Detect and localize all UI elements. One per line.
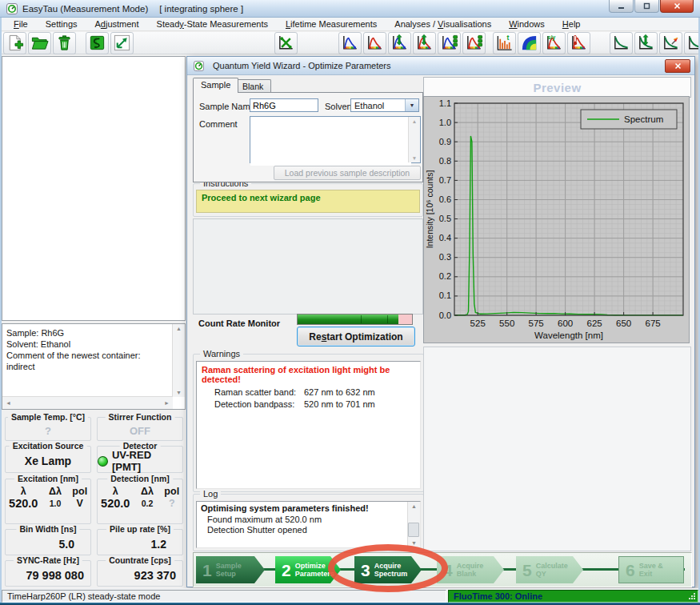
svg-text:Intensity [10⁶ counts]: Intensity [10⁶ counts] bbox=[425, 170, 434, 249]
svg-text:575: 575 bbox=[529, 319, 544, 328]
comment-label: Comment bbox=[199, 119, 238, 129]
svg-text:0.1: 0.1 bbox=[439, 290, 451, 300]
sample-name-input[interactable] bbox=[250, 98, 318, 112]
minimize-button[interactable] bbox=[609, 0, 634, 13]
scroll-right-icon[interactable]: ► bbox=[162, 399, 171, 407]
resize-grip-icon[interactable] bbox=[688, 592, 696, 600]
scroll-up-icon[interactable]: ▲ bbox=[174, 324, 183, 333]
sample-info-hscrollbar[interactable]: ◄ ► bbox=[2, 396, 173, 409]
wizard-step-5[interactable]: 5CalculateQY bbox=[516, 556, 583, 583]
scroll-down-icon[interactable]: ▼ bbox=[174, 388, 183, 397]
sample-info-line: Sample: Rh6G bbox=[6, 327, 170, 339]
svg-text:0.3: 0.3 bbox=[439, 252, 451, 262]
measurement-listbox[interactable] bbox=[2, 56, 186, 321]
menu-steady-state-measurements[interactable]: Steady-State Measurements bbox=[148, 18, 277, 30]
wizard-step-3[interactable]: 3AcquireSpectrum bbox=[354, 556, 422, 583]
count-rate-label: Count Rate Monitor bbox=[198, 319, 280, 328]
wizard-step-4[interactable]: 4AcquireBlank bbox=[437, 556, 504, 583]
detection-label: Detection [nm] bbox=[107, 474, 173, 483]
wizard-step-1[interactable]: 1SampleSetup bbox=[196, 556, 265, 583]
dialog-close-button[interactable] bbox=[665, 59, 690, 73]
svg-text:0.9: 0.9 bbox=[439, 137, 451, 146]
tcspc-histogram-button[interactable]: t bbox=[493, 32, 516, 54]
sync-rate-label: SYNC-Rate [Hz] bbox=[14, 555, 82, 565]
sample-name-label: Sample Name bbox=[199, 102, 255, 111]
excitation-delta-value: 1.0 bbox=[42, 499, 70, 508]
log-scroll-thumb[interactable] bbox=[408, 523, 419, 537]
anisotropy-spectrum-button[interactable]: s/y bbox=[542, 32, 566, 54]
manual-adjust-icon bbox=[113, 34, 131, 52]
menu-lifetime-measurements[interactable]: Lifetime Measurements bbox=[277, 18, 386, 30]
instruction-banner: Proceed to next wizard page bbox=[196, 190, 420, 213]
delete-button[interactable] bbox=[53, 32, 76, 54]
dropdown-arrow-icon[interactable]: ▼ bbox=[405, 99, 418, 111]
tab-sample[interactable]: Sample bbox=[193, 78, 238, 93]
quantum-yield-wizard-dialog: Quantum Yield Wizard - Optimize Paramete… bbox=[186, 56, 695, 587]
decay-button[interactable] bbox=[610, 32, 633, 54]
maximize-button[interactable] bbox=[634, 0, 659, 13]
manual-adjust-button[interactable] bbox=[110, 32, 134, 54]
svg-text:675: 675 bbox=[646, 319, 661, 328]
tab-blank[interactable]: Blank bbox=[234, 79, 271, 93]
menu-help[interactable]: Help bbox=[554, 18, 590, 30]
svg-text:0.7: 0.7 bbox=[439, 175, 451, 185]
excitation-scan-button[interactable] bbox=[388, 32, 411, 54]
load-previous-button[interactable]: Load previous sample description bbox=[274, 166, 421, 180]
wizard-step-2[interactable]: 2OptimizeParameters bbox=[275, 556, 341, 583]
solvent-value: Ethanol bbox=[351, 101, 405, 110]
decay-scan-button[interactable] bbox=[634, 32, 658, 54]
main-toolbar: ts/y bbox=[0, 32, 700, 54]
sample-tab-panel: Sample Name Solvent Ethanol ▼ Comment ▲▼… bbox=[193, 92, 423, 182]
pileup-group: Pile up rate [%] 1.2 bbox=[97, 529, 183, 555]
batch-mode-button[interactable] bbox=[86, 32, 109, 54]
scroll-up-icon[interactable]: ▲ bbox=[411, 503, 417, 509]
restart-optimization-button[interactable]: Restart Optimization bbox=[297, 327, 415, 347]
scroll-left-icon[interactable]: ◄ bbox=[4, 399, 13, 407]
log-label: Log bbox=[200, 489, 221, 499]
menu-windows[interactable]: Windows bbox=[500, 18, 554, 30]
wizard-step-6[interactable]: 6Save &Exit bbox=[618, 556, 684, 583]
menu-analyses-visualisations[interactable]: Analyses / Visualisations bbox=[386, 18, 500, 30]
svg-text:1.0: 1.0 bbox=[439, 118, 451, 127]
decay-wavelength-button[interactable] bbox=[659, 32, 682, 54]
new-measurement-button[interactable] bbox=[3, 32, 26, 54]
solvent-dropdown[interactable]: Ethanol ▼ bbox=[350, 98, 419, 112]
scroll-up-icon[interactable]: ▲ bbox=[412, 118, 417, 124]
temperature-spectrum-icon bbox=[570, 34, 588, 52]
detection-pol-value: ? bbox=[161, 498, 182, 509]
wizard-steps-bar: 1SampleSetup2OptimizeParameters3AcquireS… bbox=[193, 552, 692, 587]
excitation-label: Excitation [nm] bbox=[14, 474, 82, 483]
dialog-title: Quantum Yield Wizard - Optimize Paramete… bbox=[213, 61, 391, 70]
sample-info-line: Solvent: Ethanol bbox=[6, 339, 170, 350]
menu-file[interactable]: File bbox=[5, 18, 37, 30]
temperature-spectrum-button[interactable] bbox=[567, 32, 590, 54]
optimization-panel bbox=[193, 218, 423, 315]
emission-spectrum-icon bbox=[366, 34, 384, 52]
optimization-tools-button[interactable] bbox=[274, 32, 298, 54]
detector-value: UV-RED [PMT] bbox=[112, 449, 182, 473]
sample-info-line: indirect bbox=[6, 361, 170, 372]
excitation-spectrum-button[interactable] bbox=[338, 32, 362, 54]
detector-label: Detector bbox=[120, 441, 161, 451]
close-button[interactable] bbox=[660, 0, 694, 13]
comment-textarea[interactable] bbox=[250, 117, 411, 166]
excitation-series-button[interactable] bbox=[438, 32, 461, 54]
emission-series-button[interactable] bbox=[462, 32, 486, 54]
warning-title: Raman scattering of excitation light mig… bbox=[202, 365, 415, 384]
comment-field[interactable]: ▲▼ bbox=[250, 116, 421, 163]
comment-scrollbar[interactable]: ▲▼ bbox=[408, 117, 420, 162]
emission-scan-button[interactable] bbox=[413, 32, 436, 54]
delete-icon bbox=[55, 34, 74, 52]
preview-chart-panel: 5255505756006256506750.00.10.20.30.40.50… bbox=[423, 96, 690, 343]
open-workspace-button[interactable] bbox=[28, 32, 51, 54]
window-context: [ integrating sphere ] bbox=[159, 4, 243, 14]
sample-info-box[interactable]: Sample: Rh6GSolvent: EthanolComment of t… bbox=[2, 323, 186, 410]
time-resolved-map-button[interactable] bbox=[518, 32, 541, 54]
scroll-down-icon[interactable]: ▼ bbox=[411, 540, 417, 546]
sample-info-vscrollbar[interactable]: ▲ ▼ bbox=[172, 324, 185, 397]
emission-spectrum-button[interactable] bbox=[363, 32, 386, 54]
decay-series-button[interactable] bbox=[684, 32, 700, 54]
scroll-down-icon[interactable]: ▼ bbox=[412, 155, 417, 161]
menu-adjustment[interactable]: Adjustment bbox=[86, 18, 148, 30]
menu-settings[interactable]: Settings bbox=[37, 18, 86, 30]
